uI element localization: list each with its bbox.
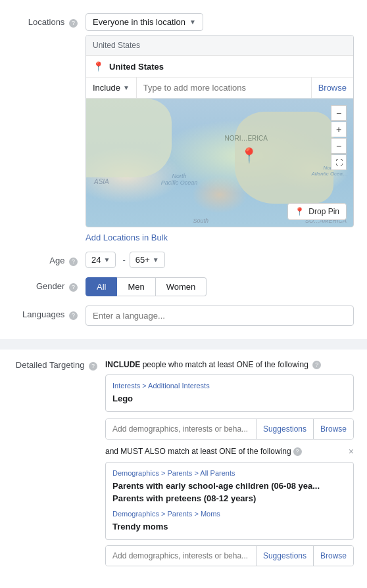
also-info-icon[interactable]: ? xyxy=(293,447,302,456)
location-dropdown[interactable]: Everyone in this location ▼ xyxy=(86,13,203,31)
drop-pin-button[interactable]: 📍 Drop Pin xyxy=(287,203,347,220)
map-expand-button[interactable]: ⛶ xyxy=(331,154,347,170)
gender-women-button[interactable]: Women xyxy=(156,277,207,296)
targeting-search-bar-2: Suggestions Browse xyxy=(105,545,354,566)
map-pin-icon: 📍 xyxy=(93,61,104,72)
languages-field-content xyxy=(86,305,354,326)
age-min-select[interactable]: 24 ▼ xyxy=(86,252,116,268)
map-nor-label: NORI…ERICA xyxy=(224,135,268,142)
age-max-value: 65+ xyxy=(135,255,150,265)
add-locations-bulk-link[interactable]: Add Locations in Bulk xyxy=(86,233,168,242)
map-asia-label: ASIA xyxy=(94,178,109,185)
dt-content: INCLUDE people who match at least ONE of… xyxy=(105,360,354,573)
dt-info-icon[interactable]: ? xyxy=(89,362,97,371)
location-item: 📍 United States xyxy=(86,56,353,78)
map-container: ASIA NorthPacific Ocean NORI…ERICA North… xyxy=(86,99,353,227)
chevron-down-icon: ▼ xyxy=(189,18,196,26)
targeting-item-early-school: Parents with early school-age children (… xyxy=(112,480,347,492)
age-info-icon[interactable]: ? xyxy=(69,258,78,266)
age-field-content: 24 ▼ - 65+ ▼ xyxy=(86,252,354,268)
location-browse-button[interactable]: Browse xyxy=(311,78,353,98)
targeting-browse-button-2[interactable]: Browse xyxy=(313,546,353,566)
map-npo-label: NorthPacific Ocean xyxy=(161,173,198,186)
age-label-text: Age xyxy=(49,256,64,265)
drop-pin-label: Drop Pin xyxy=(308,207,339,216)
gender-all-button[interactable]: All xyxy=(86,277,117,296)
targeting-search-bar-1: Suggestions Browse xyxy=(105,418,354,440)
targeting-box-2: Demographics > Parents > All Parents Par… xyxy=(105,462,354,540)
gender-info-icon[interactable]: ? xyxy=(69,283,78,292)
also-desc-text: and MUST ALSO match at least ONE of the … xyxy=(105,447,291,456)
age-min-value: 24 xyxy=(91,255,101,265)
include-chevron-icon: ▼ xyxy=(123,84,130,91)
location-search-bar: Include ▼ Browse xyxy=(86,78,353,99)
age-max-select[interactable]: 65+ ▼ xyxy=(130,252,165,268)
map-zoom-in-button[interactable]: + xyxy=(331,122,347,137)
languages-label-text: Languages xyxy=(22,309,64,319)
dt-include-info-icon[interactable]: ? xyxy=(312,361,321,369)
targeting-box-1: Interests > Additional Interests Lego xyxy=(105,374,354,412)
map-zoom-out2-button[interactable]: − xyxy=(331,138,347,154)
map-zoom-out-button[interactable]: − xyxy=(331,105,347,121)
dt-include-desc-text: people who match at least ONE of the fol… xyxy=(140,360,308,369)
gender-label: Gender ? xyxy=(13,277,86,292)
location-box: United States 📍 United States Include ▼ … xyxy=(86,35,354,227)
gender-label-text: Gender xyxy=(36,281,64,291)
locations-field-row: Locations ? Everyone in this location ▼ … xyxy=(13,13,354,242)
dt-header: Detailed Targeting ? INCLUDE people who … xyxy=(13,360,354,573)
also-must-match-desc: and MUST ALSO match at least ONE of the … xyxy=(105,446,354,457)
section-divider xyxy=(0,344,367,350)
targeting-item-trendy-moms: Trendy moms xyxy=(112,520,347,533)
detailed-targeting-section: Detailed Targeting ? INCLUDE people who … xyxy=(0,350,367,588)
locations-label: Locations ? xyxy=(13,13,86,28)
pin-icon: 📍 xyxy=(295,207,305,216)
targeting-search-input-1[interactable] xyxy=(106,419,256,439)
dt-label-text: Detailed Targeting xyxy=(16,360,85,370)
targeting-search-input-2[interactable] xyxy=(106,546,256,566)
location-dropdown-label: Everyone in this location xyxy=(93,17,185,27)
targeting-suggestions-button-1[interactable]: Suggestions xyxy=(256,419,313,439)
dt-include-strong: INCLUDE xyxy=(105,360,140,369)
locations-label-text: Locations xyxy=(28,17,65,27)
map-location-pin: 📍 xyxy=(240,147,258,164)
locations-section: Locations ? Everyone in this location ▼ … xyxy=(0,0,367,339)
include-dropdown[interactable]: Include ▼ xyxy=(86,78,137,98)
also-close-button[interactable]: × xyxy=(349,446,354,457)
dt-label: Detailed Targeting ? xyxy=(13,360,105,371)
age-max-chevron: ▼ xyxy=(153,256,159,263)
gender-field-content: All Men Women xyxy=(86,277,354,296)
languages-field-row: Languages ? xyxy=(13,305,354,326)
age-min-chevron: ▼ xyxy=(103,256,110,263)
location-country-name: United States xyxy=(109,62,164,72)
targeting-category-1: Interests > Additional Interests xyxy=(112,382,347,390)
location-country-header: United States xyxy=(86,35,353,56)
dt-include-desc: INCLUDE people who match at least ONE of… xyxy=(105,360,354,369)
map-controls: − + − ⛶ xyxy=(331,105,347,170)
languages-info-icon[interactable]: ? xyxy=(69,311,78,320)
map-asia-land xyxy=(86,99,172,177)
targeting-category-2a: Demographics > Parents > All Parents xyxy=(112,469,347,477)
include-label: Include xyxy=(93,83,120,93)
location-search-input[interactable] xyxy=(137,78,311,98)
locations-field-content: Everyone in this location ▼ United State… xyxy=(86,13,354,242)
gender-field-row: Gender ? All Men Women xyxy=(13,277,354,296)
age-separator: - xyxy=(122,255,125,265)
targeting-suggestions-button-2[interactable]: Suggestions xyxy=(256,546,313,566)
age-field-row: Age ? 24 ▼ - 65+ ▼ xyxy=(13,252,354,268)
targeting-browse-button-1[interactable]: Browse xyxy=(313,419,353,439)
gender-button-group: All Men Women xyxy=(86,277,354,296)
map-south-label: South xyxy=(193,217,208,224)
gender-men-button[interactable]: Men xyxy=(117,277,155,296)
age-label: Age ? xyxy=(13,252,86,266)
targeting-item-preteens: Parents with preteens (08-12 years) xyxy=(112,492,347,505)
targeting-item-lego: Lego xyxy=(112,392,347,405)
languages-input[interactable] xyxy=(86,305,354,326)
locations-info-icon[interactable]: ? xyxy=(69,19,78,28)
languages-label: Languages ? xyxy=(13,305,86,320)
targeting-category-2b: Demographics > Parents > Moms xyxy=(112,510,347,518)
